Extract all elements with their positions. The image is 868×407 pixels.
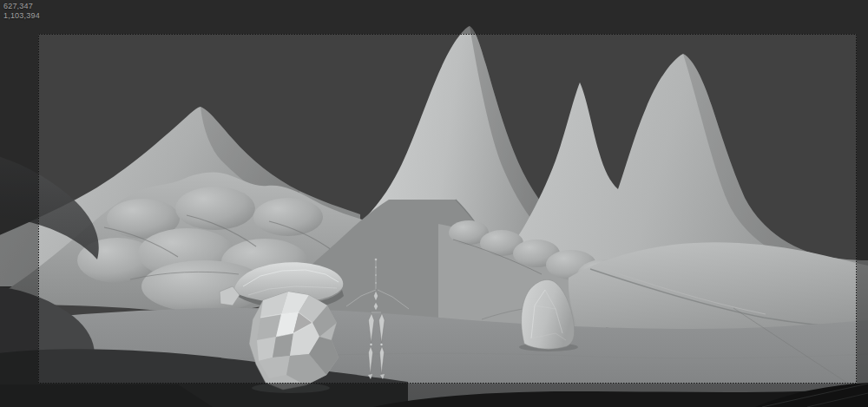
armature-left-knee: [370, 344, 372, 345]
armature-joint: [375, 266, 377, 268]
armature-right-knee: [380, 344, 382, 345]
armature-joint: [375, 282, 377, 284]
stat-triangle-count: 1,103,394: [3, 11, 40, 21]
viewport-scene: [0, 0, 868, 407]
stat-vertex-count: 627,347: [3, 2, 40, 11]
armature-joint: [375, 274, 377, 276]
viewport-stats-overlay: 627,347 1,103,394: [3, 2, 40, 21]
3d-viewport[interactable]: 627,347 1,103,394: [0, 0, 868, 407]
armature-head-joint: [375, 259, 378, 261]
